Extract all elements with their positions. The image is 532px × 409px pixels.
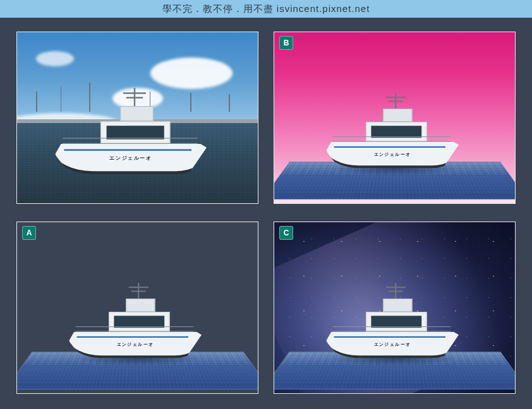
panel-label-a: A [22,226,36,240]
boat: エンジェルーオ [326,292,459,359]
panel-a: エンジェルーオ A [16,222,258,394]
boat-name: エンジェルーオ [373,151,411,158]
boat-name: エンジェルーオ [109,155,152,162]
header-text: 學不完．教不停．用不盡 isvincent.pixnet.net [162,3,370,15]
cloud-icon [36,51,74,66]
panel-b: エンジェルーオ B [274,32,516,204]
panel-label-b: B [279,36,293,50]
image-grid: エンジェルーオ エンジェルーオ B [0,18,532,409]
boat-name: エンジェルーオ [116,341,154,348]
boat-name: エンジェルーオ [373,341,411,348]
boat: エンジェルーオ [326,102,459,169]
boat: エンジェルーオ [55,98,207,174]
page-header: 學不完．教不停．用不盡 isvincent.pixnet.net [0,0,532,18]
panel-c: エンジェルーオ C [274,222,516,394]
boat: エンジェルーオ [69,292,202,359]
panel-label-c: C [279,226,293,240]
panel-original: エンジェルーオ [16,32,258,204]
